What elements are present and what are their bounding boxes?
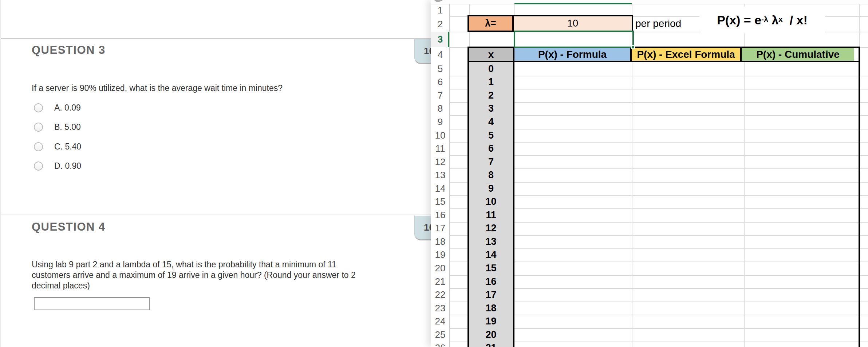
poisson-formula-graphic[interactable]: P(x) = e-λ λx / x! xyxy=(699,7,825,33)
question3-option-a[interactable]: A. 0.09 xyxy=(34,103,81,112)
selected-cell-outline[interactable] xyxy=(514,31,634,48)
x-value-cell[interactable]: 6 xyxy=(469,142,513,155)
quiz-area: QUESTION 3 10 If a server is 90% utilize… xyxy=(0,0,431,347)
header-cell-px-formula[interactable]: P(x) - Formula xyxy=(513,48,630,61)
row-number[interactable]: 2 xyxy=(431,16,449,32)
row-number[interactable]: 23 xyxy=(431,302,449,315)
row-number[interactable]: 24 xyxy=(431,315,449,328)
x-value-cell[interactable]: 16 xyxy=(469,275,513,288)
x-value-cell[interactable]: 4 xyxy=(469,115,513,129)
option-label: C. 5.40 xyxy=(54,142,81,152)
screen: QUESTION 3 10 If a server is 90% utilize… xyxy=(0,0,868,347)
question4-heading: QUESTION 4 xyxy=(32,220,106,234)
radio-button-icon[interactable] xyxy=(34,123,43,132)
row-number[interactable]: 22 xyxy=(431,288,449,302)
row-number[interactable]: 6 xyxy=(431,76,449,89)
x-value-cell[interactable]: 5 xyxy=(469,129,513,142)
spreadsheet-window: 1234567891011121314151617181920212223242… xyxy=(431,0,868,347)
x-value-cell[interactable]: 8 xyxy=(469,168,513,182)
row-number[interactable]: 21 xyxy=(431,275,449,288)
row-number[interactable]: 16 xyxy=(431,208,449,222)
row-number[interactable]: 11 xyxy=(431,142,449,155)
x-value-cell[interactable]: 17 xyxy=(469,288,513,302)
question3-option-d[interactable]: D. 0.90 xyxy=(34,161,81,171)
lambda-label-cell[interactable]: λ= xyxy=(469,16,514,31)
row-number[interactable]: 15 xyxy=(431,195,449,209)
row-number[interactable]: 14 xyxy=(431,182,449,195)
table-header-row: x P(x) - Formula P(x) - Excel Formula P(… xyxy=(467,47,860,62)
option-label: B. 5.00 xyxy=(54,122,81,132)
x-value-cell[interactable]: 20 xyxy=(469,328,513,342)
select-all-corner-icon[interactable] xyxy=(434,0,443,2)
radio-button-icon[interactable] xyxy=(34,142,43,151)
row-number[interactable]: 13 xyxy=(431,168,449,182)
selected-column-indicator xyxy=(514,3,632,4)
column-header-strip xyxy=(431,0,868,4)
row-number[interactable]: 26 xyxy=(431,342,449,347)
radio-button-icon[interactable] xyxy=(34,161,43,171)
row-number[interactable]: 7 xyxy=(431,89,449,102)
row-number[interactable]: 10 xyxy=(431,129,449,142)
x-value-cell[interactable]: 7 xyxy=(469,155,513,169)
row-number[interactable]: 12 xyxy=(431,155,449,169)
lambda-value: 10 xyxy=(567,18,578,29)
x-value-cell[interactable]: 15 xyxy=(469,262,513,275)
question4-answer-input[interactable] xyxy=(34,297,150,310)
quiz-left-rail xyxy=(0,0,1,347)
header-cell-px-excel-formula[interactable]: P(x) - Excel Formula xyxy=(630,48,740,61)
formula-exponent: x xyxy=(778,15,783,24)
lambda-value-cell[interactable]: 10 xyxy=(514,16,632,31)
x-value-cell[interactable]: 18 xyxy=(469,302,513,315)
row-number[interactable]: 8 xyxy=(431,102,449,116)
x-value-cell[interactable]: 1 xyxy=(469,76,513,89)
question3-option-b[interactable]: B. 5.00 xyxy=(34,122,81,132)
row-number[interactable]: 19 xyxy=(431,248,449,262)
x-value-cell[interactable]: 9 xyxy=(469,182,513,195)
x-value-cell[interactable]: 19 xyxy=(469,315,513,328)
x-value-cell[interactable]: 2 xyxy=(469,89,513,102)
option-label: D. 0.90 xyxy=(54,161,81,171)
question3-heading: QUESTION 3 xyxy=(32,44,106,57)
x-value-column: 0123456789101112131415161718192021 xyxy=(467,62,514,347)
x-value-cell[interactable]: 10 xyxy=(469,195,513,209)
row-number[interactable]: 4 xyxy=(431,47,449,62)
lambda-parameter-box: λ= 10 xyxy=(467,15,633,32)
x-value-cell[interactable]: 11 xyxy=(469,208,513,222)
question3-option-c[interactable]: C. 5.40 xyxy=(34,142,81,151)
row-number[interactable]: 20 xyxy=(431,262,449,275)
formula-base: / x! xyxy=(783,13,808,27)
x-value-cell[interactable]: 12 xyxy=(469,222,513,235)
x-value-cell[interactable]: 14 xyxy=(469,248,513,262)
lambda-unit-cell[interactable]: per period xyxy=(635,16,681,31)
question4-text: Using lab 9 part 2 and a lambda of 15, w… xyxy=(32,259,356,291)
formula-base: P(x) = e xyxy=(717,13,761,27)
row-number[interactable]: 18 xyxy=(431,235,449,248)
x-value-cell[interactable]: 0 xyxy=(469,62,513,76)
row-number[interactable]: 25 xyxy=(431,328,449,342)
lambda-label: λ= xyxy=(485,18,496,29)
header-cell-px-cumulative[interactable]: P(x) - Cumulative xyxy=(740,48,854,61)
x-value-cell[interactable]: 3 xyxy=(469,102,513,116)
question3-text: If a server is 90% utilized, what is the… xyxy=(32,83,283,93)
x-value-cell[interactable]: 13 xyxy=(469,235,513,248)
x-value-cell[interactable]: 21 xyxy=(469,342,513,347)
table-right-border xyxy=(859,62,860,347)
radio-button-icon[interactable] xyxy=(34,103,43,112)
row-number[interactable]: 9 xyxy=(431,115,449,129)
header-cell-x[interactable]: x xyxy=(469,48,513,61)
option-label: A. 0.09 xyxy=(54,103,81,113)
formula-base: λ xyxy=(768,13,778,27)
row-number[interactable]: 3 xyxy=(431,32,449,47)
lambda-unit-label: per period xyxy=(635,18,681,29)
row-number[interactable]: 5 xyxy=(431,62,449,76)
row-number[interactable]: 1 xyxy=(431,4,449,16)
formula-exponent: -λ xyxy=(761,15,768,24)
panel-divider-top xyxy=(1,38,431,39)
row-number[interactable]: 17 xyxy=(431,222,449,235)
fill-handle[interactable] xyxy=(631,45,635,49)
panel-divider-middle xyxy=(1,215,431,215)
